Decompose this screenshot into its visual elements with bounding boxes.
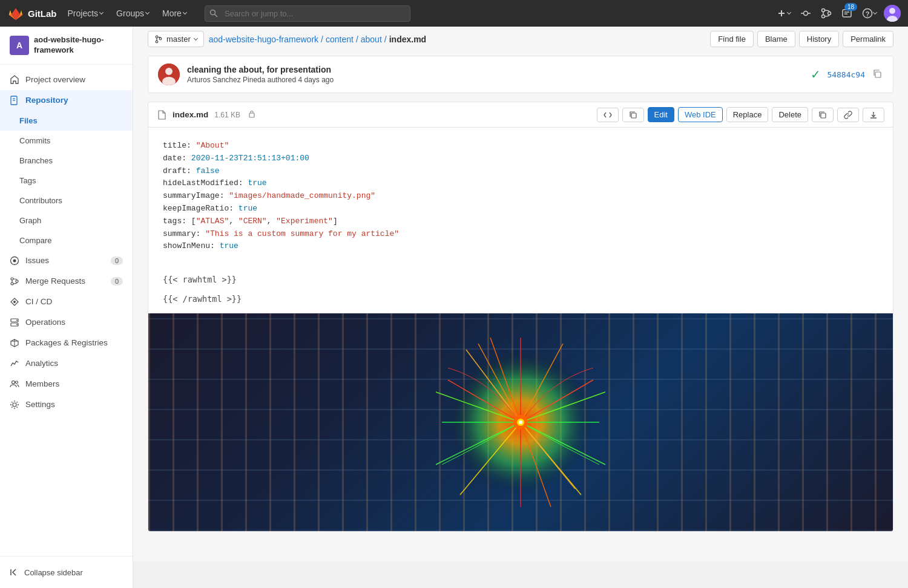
sidebar-footer: Collapse sidebar [0, 556, 133, 561]
code-line-summary-image: summaryImage: "images/handmade_community… [163, 190, 878, 203]
path-part-0[interactable]: aod-website-hugo-framework [209, 34, 318, 44]
book-icon [10, 96, 19, 105]
gitlab-fox-icon [7, 5, 24, 22]
sidebar-item-files[interactable]: Files [0, 111, 133, 131]
commit-icon [800, 8, 811, 19]
gitlab-logo[interactable]: GitLab [7, 5, 57, 22]
raw-view-button[interactable] [597, 108, 619, 122]
sidebar: A aod-website-hugo- framework Project ov… [0, 27, 133, 561]
sidebar-item-merge-requests[interactable]: Merge Requests 0 [0, 271, 133, 292]
merge-request-icon-btn[interactable] [818, 5, 834, 21]
permalink-button[interactable]: Permalink [843, 31, 893, 47]
settings-icon [10, 400, 19, 410]
file-name: index.md [173, 110, 208, 119]
sidebar-item-repository[interactable]: Repository [0, 90, 133, 111]
delete-button[interactable]: Delete [772, 107, 808, 122]
sidebar-label-cicd: CI / CD [25, 297, 52, 306]
file-action-buttons: Edit Web IDE Replace Delete [597, 107, 884, 122]
svg-rect-51 [631, 113, 636, 118]
project-avatar: A [10, 36, 29, 55]
sidebar-label-packages: Packages & Registries [25, 338, 108, 347]
file-code-content: title: "About" date: 2020-11-23T21:51:13… [148, 128, 893, 265]
sidebar-label-tags: Tags [19, 176, 36, 185]
svg-point-43 [156, 41, 158, 43]
edit-button[interactable]: Edit [648, 107, 674, 122]
sidebar-item-graph[interactable]: Graph [0, 211, 133, 230]
path-part-2[interactable]: about [361, 34, 382, 44]
sidebar-label-contributors: Contributors [19, 196, 62, 205]
copy-content-icon [629, 111, 637, 119]
path-part-1[interactable]: content [326, 34, 354, 44]
top-nav-items: Projects Groups More [62, 5, 192, 22]
sidebar-nav: Project overview Repository Files Commit… [0, 65, 133, 556]
branch-selector[interactable]: master [148, 31, 204, 47]
search-container [205, 5, 762, 22]
lock-icon[interactable] [248, 109, 256, 120]
sidebar-item-commits[interactable]: Commits [0, 131, 133, 151]
sidebar-label-operations: Operations [25, 318, 65, 327]
sidebar-item-analytics[interactable]: Analytics [0, 353, 133, 374]
commit-icon-btn[interactable] [798, 5, 814, 21]
help-icon-btn[interactable]: ? [860, 5, 879, 21]
projects-menu[interactable]: Projects [62, 5, 110, 22]
replace-button[interactable]: Replace [726, 107, 769, 122]
svg-point-7 [822, 9, 825, 12]
history-button[interactable]: History [799, 31, 839, 47]
sidebar-item-branches[interactable]: Branches [0, 151, 133, 171]
download-button[interactable] [863, 108, 884, 122]
svg-rect-52 [821, 113, 826, 118]
sidebar-label-files: Files [19, 116, 38, 125]
sidebar-item-tags[interactable]: Tags [0, 171, 133, 191]
help-icon: ? [862, 8, 873, 19]
web-ide-button[interactable]: Web IDE [678, 107, 723, 122]
code-line-date: date: 2020-11-23T21:51:13+01:00 [163, 152, 878, 165]
rawhtml-open: {{< rawhtml >}} [148, 265, 893, 294]
toolbar-buttons: Find file Blame History Permalink [710, 31, 893, 47]
members-icon [10, 379, 19, 389]
sidebar-item-compare[interactable]: Compare [0, 230, 133, 250]
search-icon [209, 9, 218, 18]
code-line-summary: summary: "This is a custom summary for m… [163, 228, 878, 241]
user-avatar[interactable] [884, 5, 901, 22]
search-input[interactable] [205, 5, 410, 22]
blame-button[interactable]: Blame [757, 31, 795, 47]
svg-line-1 [214, 15, 217, 17]
svg-point-37 [13, 403, 16, 407]
sidebar-label-commits: Commits [19, 136, 50, 145]
sidebar-item-contributors[interactable]: Contributors [0, 191, 133, 211]
pipeline-success-icon: ✓ [811, 67, 821, 82]
svg-point-35 [12, 381, 15, 384]
particle-burst-svg [430, 332, 611, 513]
sidebar-item-cicd[interactable]: CI / CD [0, 292, 133, 312]
commit-details: cleaning the about, for presentation Art… [187, 65, 803, 84]
branch-name: master [166, 34, 191, 44]
copy-permalink-button[interactable] [837, 108, 859, 122]
project-info: A aod-website-hugo- framework [0, 27, 133, 65]
more-menu[interactable]: More [156, 5, 192, 22]
issues-icon-btn[interactable]: 18 [839, 5, 855, 21]
copy-path-icon [818, 111, 827, 119]
sidebar-item-operations[interactable]: Operations [0, 312, 133, 333]
rawhtml-close: {{< /rawhtml >}} [148, 294, 893, 313]
code-line-menu: showInMenu: true [163, 240, 878, 253]
cicd-icon [10, 297, 19, 307]
copy-path-button[interactable] [812, 108, 834, 122]
sidebar-label-issues: Issues [25, 256, 49, 265]
sidebar-label-graph: Graph [19, 216, 41, 225]
copy-hash-button[interactable] [871, 68, 883, 82]
sidebar-item-packages[interactable]: Packages & Registries [0, 333, 133, 353]
commit-hash-link[interactable]: 54884c94 [827, 70, 865, 79]
commit-author-avatar [158, 64, 180, 85]
find-file-button[interactable]: Find file [710, 31, 754, 47]
code-brackets-icon [604, 111, 612, 119]
merge-sidebar-icon [10, 276, 19, 286]
sidebar-item-overview[interactable]: Project overview [0, 70, 133, 90]
notification-badge: 18 [844, 3, 857, 11]
copy-content-button[interactable] [622, 108, 644, 122]
groups-menu[interactable]: Groups [110, 5, 155, 22]
sidebar-item-settings[interactable]: Settings [0, 394, 133, 415]
sidebar-item-issues[interactable]: Issues 0 [0, 250, 133, 271]
sidebar-item-members[interactable]: Members [0, 374, 133, 394]
file-path: aod-website-hugo-framework / content / a… [209, 34, 706, 44]
new-item-button[interactable] [774, 6, 793, 21]
